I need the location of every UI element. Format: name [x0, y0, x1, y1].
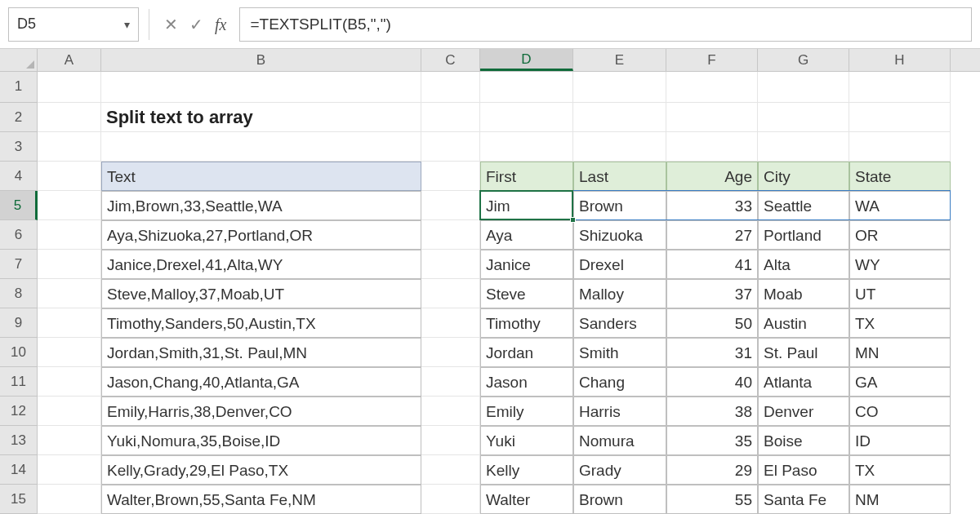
cell-E1[interactable] — [573, 72, 666, 103]
table2-cell[interactable]: St. Paul — [758, 338, 849, 367]
chevron-down-icon[interactable]: ▾ — [124, 18, 130, 31]
col-header-H[interactable]: H — [849, 49, 951, 71]
table1-cell[interactable]: Steve,Malloy,37,Moab,UT — [101, 279, 421, 308]
table2-cell[interactable]: Sanders — [573, 308, 666, 338]
table2-cell[interactable]: Jason — [480, 367, 573, 397]
cell[interactable] — [421, 455, 480, 485]
cell[interactable] — [421, 485, 480, 514]
table2-cell[interactable]: GA — [849, 367, 951, 397]
table1-cell[interactable]: Janice,Drexel,41,Alta,WY — [101, 250, 421, 279]
table2-cell[interactable]: Moab — [758, 279, 849, 308]
table2-cell[interactable]: 37 — [666, 279, 758, 308]
fx-icon[interactable]: fx — [215, 16, 228, 33]
cell-D3[interactable] — [480, 132, 573, 162]
cell[interactable] — [38, 220, 101, 250]
table2-cell[interactable]: Portland — [758, 220, 849, 250]
cell-C3[interactable] — [421, 132, 480, 162]
table2-cell[interactable]: El Paso — [758, 455, 849, 485]
cell[interactable] — [421, 250, 480, 279]
table2-cell[interactable]: NM — [849, 485, 951, 514]
row-header-14[interactable]: 14 — [0, 455, 37, 485]
table2-cell[interactable]: Nomura — [573, 426, 666, 455]
cell-F2[interactable] — [666, 103, 758, 132]
cell[interactable] — [421, 191, 480, 220]
cells-area[interactable]: Split text to array Text First Last — [38, 72, 980, 514]
table2-cell[interactable]: 27 — [666, 220, 758, 250]
col-header-A[interactable]: A — [38, 49, 101, 71]
cell-E2[interactable] — [573, 103, 666, 132]
table2-cell[interactable]: Kelly — [480, 455, 573, 485]
cell-A1[interactable] — [38, 72, 101, 103]
cell-F3[interactable] — [666, 132, 758, 162]
cell-G2[interactable] — [758, 103, 849, 132]
spreadsheet-grid[interactable]: A B C D E F G H 1 2 3 4 5 6 7 8 9 10 11 … — [0, 49, 980, 514]
table2-cell[interactable]: Smith — [573, 338, 666, 367]
table1-cell[interactable]: Yuki,Nomura,35,Boise,ID — [101, 426, 421, 455]
table2-cell[interactable]: Brown — [573, 191, 666, 220]
row-header-12[interactable]: 12 — [0, 397, 37, 426]
row-header-2[interactable]: 2 — [0, 103, 37, 132]
col-header-F[interactable]: F — [666, 49, 758, 71]
cell[interactable] — [38, 338, 101, 367]
table2-cell[interactable]: Walter — [480, 485, 573, 514]
table2-cell[interactable]: Emily — [480, 397, 573, 426]
row-header-4[interactable]: 4 — [0, 162, 37, 191]
cell[interactable] — [38, 367, 101, 397]
row-header-7[interactable]: 7 — [0, 250, 37, 279]
table2-cell[interactable]: Jordan — [480, 338, 573, 367]
row-header-6[interactable]: 6 — [0, 220, 37, 250]
row-header-13[interactable]: 13 — [0, 426, 37, 455]
table2-cell[interactable]: CO — [849, 397, 951, 426]
table2-cell[interactable]: Chang — [573, 367, 666, 397]
table2-cell[interactable]: 55 — [666, 485, 758, 514]
table1-cell[interactable]: Emily,Harris,38,Denver,CO — [101, 397, 421, 426]
table2-cell[interactable]: Shizuoka — [573, 220, 666, 250]
table2-cell[interactable]: 41 — [666, 250, 758, 279]
cell[interactable] — [38, 191, 101, 220]
cell-C1[interactable] — [421, 72, 480, 103]
table2-cell[interactable]: Harris — [573, 397, 666, 426]
table2-cell[interactable]: OR — [849, 220, 951, 250]
table2-cell[interactable]: Steve — [480, 279, 573, 308]
table2-cell[interactable]: WA — [849, 191, 951, 220]
table1-cell[interactable]: Walter,Brown,55,Santa Fe,NM — [101, 485, 421, 514]
table2-cell[interactable]: 31 — [666, 338, 758, 367]
table2-cell[interactable]: 29 — [666, 455, 758, 485]
table1-cell[interactable]: Timothy,Sanders,50,Austin,TX — [101, 308, 421, 338]
row-header-1[interactable]: 1 — [0, 72, 37, 103]
table2-cell[interactable]: TX — [849, 308, 951, 338]
table2-cell[interactable]: 35 — [666, 426, 758, 455]
row-header-5[interactable]: 5 — [0, 191, 38, 220]
row-header-10[interactable]: 10 — [0, 338, 37, 367]
table2-cell[interactable]: 50 — [666, 308, 758, 338]
table1-header[interactable]: Text — [101, 162, 421, 191]
table1-cell[interactable]: Aya,Shizuoka,27,Portland,OR — [101, 220, 421, 250]
cell[interactable] — [421, 367, 480, 397]
cell[interactable] — [38, 308, 101, 338]
cell-C4[interactable] — [421, 162, 480, 191]
enter-icon[interactable]: ✓ — [189, 16, 203, 33]
cell-H3[interactable] — [849, 132, 951, 162]
table2-cell[interactable]: 40 — [666, 367, 758, 397]
table1-cell[interactable]: Jason,Chang,40,Atlanta,GA — [101, 367, 421, 397]
table2-cell[interactable]: Austin — [758, 308, 849, 338]
table2-cell[interactable]: Malloy — [573, 279, 666, 308]
cell-D1[interactable] — [480, 72, 573, 103]
cell-B3[interactable] — [101, 132, 421, 162]
row-header-15[interactable]: 15 — [0, 485, 37, 514]
table2-header-last[interactable]: Last — [573, 162, 666, 191]
row-header-9[interactable]: 9 — [0, 308, 37, 338]
cell-A4[interactable] — [38, 162, 101, 191]
table2-cell[interactable]: MN — [849, 338, 951, 367]
table2-cell[interactable]: Grady — [573, 455, 666, 485]
table2-cell[interactable]: UT — [849, 279, 951, 308]
table2-header-first[interactable]: First — [480, 162, 573, 191]
cell-A3[interactable] — [38, 132, 101, 162]
cell-C2[interactable] — [421, 103, 480, 132]
formula-input[interactable]: =TEXTSPLIT(B5,",") — [239, 7, 972, 42]
table2-cell[interactable]: Boise — [758, 426, 849, 455]
fill-handle[interactable] — [570, 217, 576, 223]
table2-cell[interactable]: Yuki — [480, 426, 573, 455]
name-box[interactable]: D5 ▾ — [8, 7, 139, 42]
cell[interactable] — [38, 279, 101, 308]
